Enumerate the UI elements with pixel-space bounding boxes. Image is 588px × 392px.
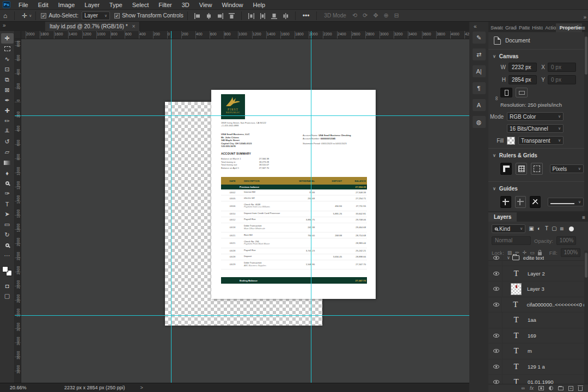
- tab-actio[interactable]: Actio: [543, 23, 556, 32]
- filter-type-icon[interactable]: ▣: [528, 225, 535, 232]
- vertical-ruler[interactable]: 8006004002000200400600800100012001400160…: [15, 39, 21, 383]
- properties-scrollbar[interactable]: [584, 32, 588, 211]
- eye-icon[interactable]: [493, 303, 499, 307]
- fill-swatch[interactable]: [507, 137, 515, 145]
- align-left-icon[interactable]: [194, 12, 201, 19]
- tab-properties[interactable]: Properties: [556, 23, 582, 32]
- zoom-tool[interactable]: [1, 240, 14, 250]
- status-chevron-icon[interactable]: >: [140, 385, 143, 390]
- type-tool[interactable]: T: [1, 199, 14, 209]
- canvas-area[interactable]: FIRST REPUBLIC 1809 Irving Street, San F…: [21, 39, 469, 383]
- color-swatches[interactable]: [2, 266, 12, 276]
- marquee-tool[interactable]: [1, 44, 14, 54]
- tab-swatc[interactable]: Swatc: [488, 23, 503, 32]
- layer-row[interactable]: Tcifa000000..<<<<<<<<0 d: [488, 297, 584, 313]
- canvas-section-header[interactable]: ∨ Canvas: [488, 50, 588, 62]
- object-selection-tool[interactable]: ⊡: [1, 64, 14, 75]
- document-type-row[interactable]: Document: [488, 32, 588, 50]
- bit-depth-dropdown[interactable]: 16 Bits/Channel∨: [507, 124, 564, 133]
- distribute-left-icon[interactable]: [248, 12, 255, 19]
- adjustment-layer-icon[interactable]: [549, 386, 553, 390]
- tab-layers[interactable]: Layers: [488, 212, 517, 222]
- visibility-cell[interactable]: [491, 281, 503, 297]
- show-transform-checkbox[interactable]: ✓: [114, 13, 120, 19]
- canvas-x-field[interactable]: 0 px: [548, 63, 576, 72]
- layer-row[interactable]: Layer 3: [488, 281, 584, 297]
- panel-menu-icon[interactable]: ≡: [582, 215, 588, 222]
- path-selection-tool[interactable]: ➤: [1, 209, 14, 219]
- libraries-panel-icon[interactable]: ◍: [473, 116, 486, 128]
- zoom-level-field[interactable]: 20.66%: [10, 385, 42, 390]
- character-panel-icon[interactable]: A|: [473, 65, 486, 77]
- blend-mode-dropdown[interactable]: Normal: [492, 236, 531, 245]
- eye-icon[interactable]: [493, 256, 499, 260]
- distribute-bottom-icon[interactable]: [271, 12, 278, 19]
- portrait-orientation-button[interactable]: [500, 88, 512, 97]
- crop-tool[interactable]: ⧉: [1, 75, 14, 85]
- rulers-grids-section-header[interactable]: ∨Rulers & Grids: [488, 149, 588, 161]
- menu-edit[interactable]: Edit: [33, 0, 53, 10]
- paragraph-panel-icon[interactable]: ¶: [473, 82, 486, 94]
- frame-tool[interactable]: ⊠: [1, 85, 14, 95]
- toggle-rulers-button[interactable]: [500, 163, 512, 175]
- opacity-field[interactable]: 100%: [556, 236, 576, 245]
- new-group-icon[interactable]: [558, 387, 564, 390]
- horizontal-guide[interactable]: [21, 115, 469, 116]
- menu-image[interactable]: Image: [53, 0, 80, 10]
- collapse-dock-icon[interactable]: »: [583, 14, 586, 20]
- foreground-color-swatch[interactable]: [2, 266, 8, 272]
- move-tool[interactable]: ✛: [1, 33, 14, 44]
- new-layer-icon[interactable]: +: [568, 386, 573, 391]
- auto-select-checkbox[interactable]: ✓: [41, 13, 46, 19]
- layer-row[interactable]: T1aa: [488, 313, 584, 328]
- filter-type-icon[interactable]: T: [543, 225, 550, 232]
- screen-mode-button[interactable]: ▢: [1, 291, 14, 301]
- visibility-cell[interactable]: [491, 328, 503, 344]
- tab-histo[interactable]: Histo: [530, 23, 543, 32]
- eye-icon[interactable]: [493, 334, 499, 338]
- menu-view[interactable]: View: [194, 0, 217, 10]
- guides-section-header[interactable]: ∨Guides: [488, 182, 588, 194]
- add-mask-icon[interactable]: [538, 386, 544, 390]
- expand-panels-icon[interactable]: «: [474, 23, 477, 29]
- align-center-horizontal-icon[interactable]: [205, 12, 212, 19]
- menu-help[interactable]: Help: [248, 0, 271, 10]
- filter-type-icon[interactable]: ⧈: [558, 225, 566, 232]
- clear-guides-button[interactable]: [530, 196, 541, 208]
- toggle-guides-button[interactable]: [500, 196, 511, 208]
- visibility-cell[interactable]: [491, 266, 503, 281]
- eye-icon[interactable]: [493, 287, 499, 291]
- eye-icon[interactable]: [493, 365, 499, 369]
- eraser-tool[interactable]: ▱: [1, 147, 14, 157]
- vertical-guide[interactable]: [171, 39, 171, 383]
- menu-type[interactable]: Type: [105, 0, 127, 10]
- distribute-right-icon[interactable]: [282, 12, 289, 19]
- distribute-center-icon[interactable]: [259, 12, 266, 19]
- layer-row[interactable]: T169: [488, 328, 584, 344]
- eye-icon[interactable]: [493, 272, 499, 275]
- filter-kind-dropdown[interactable]: Kind ∨: [492, 224, 525, 233]
- brushes-panel-icon[interactable]: ✎: [473, 32, 486, 44]
- align-top-icon[interactable]: [228, 12, 235, 19]
- visibility-cell[interactable]: [491, 297, 502, 313]
- horizontal-ruler[interactable]: 2000180016001400120010008006004002000200…: [21, 31, 469, 39]
- brush-tool[interactable]: ✏: [1, 116, 14, 126]
- menu-file[interactable]: File: [14, 0, 33, 10]
- menu-window[interactable]: Window: [217, 0, 248, 10]
- history-brush-tool[interactable]: ↺: [1, 137, 14, 147]
- home-icon[interactable]: ⌂: [0, 12, 10, 20]
- eye-icon[interactable]: [493, 349, 499, 353]
- panel-menu-icon[interactable]: ≡: [582, 25, 588, 32]
- visibility-cell[interactable]: [491, 359, 503, 375]
- menu-filter[interactable]: Filter: [154, 0, 176, 10]
- hand-tool[interactable]: ↻: [1, 230, 14, 240]
- menu-select[interactable]: Select: [127, 0, 154, 10]
- delete-layer-icon[interactable]: [578, 387, 583, 391]
- lasso-tool[interactable]: ∿: [1, 54, 14, 64]
- brush-settings-panel-icon[interactable]: ⇄: [473, 48, 486, 60]
- dodge-tool[interactable]: [1, 178, 14, 188]
- tab-gradi[interactable]: Gradi: [503, 23, 517, 32]
- horizontal-guide[interactable]: [21, 315, 469, 316]
- visibility-cell[interactable]: [491, 313, 503, 328]
- guide-style-dropdown[interactable]: ∨: [548, 198, 584, 206]
